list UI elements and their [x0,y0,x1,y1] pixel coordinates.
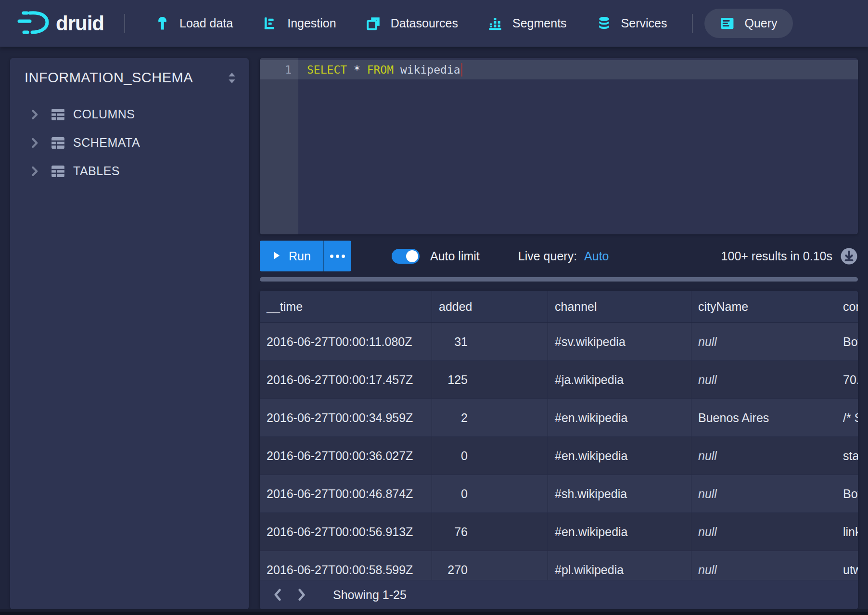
table-cell[interactable]: 70. [836,361,858,398]
results-summary-text: 100+ results in 0.10s [721,249,832,263]
table-cell[interactable]: #en.wikipedia [548,513,691,551]
chevron-right-icon[interactable] [30,166,39,177]
table-cell[interactable]: /* S [836,399,858,436]
column-header--time[interactable]: __time [260,291,432,322]
auto-limit-label: Auto limit [430,249,480,263]
table-cell[interactable]: 31 [432,323,548,360]
sidebar-item-label: COLUMNS [73,107,135,121]
table-cell[interactable]: null [691,437,836,474]
double-caret-vertical-icon[interactable] [227,72,237,84]
table-row: 2016-06-27T00:00:11.080Z31#sv.wikipedian… [260,323,858,361]
table-cell[interactable]: null [691,323,836,360]
table-row: 2016-06-27T00:00:56.913Z76#en.wikipedian… [260,513,858,551]
previous-page-icon[interactable] [266,580,290,609]
table-row: 2016-06-27T00:00:34.959Z2#en.wikipediaBu… [260,399,858,437]
table-cell[interactable]: null [691,361,836,398]
table-cell[interactable]: null [691,475,836,512]
nav-divider [692,14,693,33]
download-results-icon[interactable] [840,247,858,265]
sidebar-item-columns[interactable]: COLUMNS [10,100,249,128]
sql-token [347,64,354,76]
table-cell[interactable]: #ja.wikipedia [548,361,691,398]
sql-token: wikipedia [400,64,460,76]
sql-token: SELECT [307,64,347,76]
table-cell[interactable]: #sh.wikipedia [548,475,691,512]
nav-item-label: Segments [512,16,567,30]
line-number: 1 [260,60,292,79]
column-header-channel[interactable]: channel [548,291,691,322]
table-cell[interactable]: 125 [432,361,548,398]
table-cell[interactable]: 2016-06-27T00:00:46.874Z [260,475,432,512]
sql-token: * [354,64,360,76]
table-cell[interactable]: #en.wikipedia [548,399,691,436]
druid-home-link[interactable]: druid [17,10,104,38]
live-query-status: Live query: Auto [518,249,609,263]
play-icon [272,249,281,263]
table-cell[interactable]: 2016-06-27T00:00:34.959Z [260,399,432,436]
nav-item-services[interactable]: Services [597,16,667,31]
pagination-text: Showing 1-25 [333,588,407,602]
sql-editor[interactable]: 1 SELECT * FROM wikipedia [260,58,858,234]
table-cell[interactable]: 2 [432,399,548,436]
table-icon [51,165,65,178]
sidebar-item-label: SCHEMATA [73,136,140,150]
table-cell[interactable]: 2016-06-27T00:00:17.457Z [260,361,432,398]
auto-limit-switch-group[interactable]: Auto limit [392,249,480,264]
table-cell[interactable]: 2016-06-27T00:00:36.027Z [260,437,432,474]
nav-item-segments[interactable]: Segments [488,16,567,31]
chevron-right-icon[interactable] [30,138,39,148]
sql-token [360,64,367,76]
results-body: 2016-06-27T00:00:11.080Z31#sv.wikipedian… [260,323,858,589]
live-query-value-link[interactable]: Auto [584,249,609,263]
schema-header: INFORMATION_SCHEMA [10,58,249,86]
table-cell[interactable]: Buenos Aires [691,399,836,436]
table-icon [51,136,65,150]
run-more-options-button[interactable] [323,241,351,271]
upload-icon [155,16,170,31]
table-cell[interactable]: 2016-06-27T00:00:56.913Z [260,513,432,551]
table-cell[interactable]: 2016-06-27T00:00:11.080Z [260,323,432,360]
table-cell[interactable]: #en.wikipedia [548,437,691,474]
schema-title: INFORMATION_SCHEMA [25,70,193,86]
nav-item-label: Datasources [391,16,458,30]
ellipsis-icon [330,255,345,258]
table-cell[interactable]: link [836,513,858,551]
table-cell[interactable]: #sv.wikipedia [548,323,691,360]
schema-sidebar: INFORMATION_SCHEMA COLUMNSSCHEMATATABLES [10,58,249,609]
chevron-right-icon[interactable] [30,109,39,120]
run-button[interactable]: Run [260,241,323,271]
results-panel: __timeaddedchannelcityNamecomment 2016-0… [260,291,858,609]
results-summary: 100+ results in 0.10s [721,247,858,265]
horizontal-scrollbar[interactable] [260,277,858,282]
run-button-label: Run [289,249,311,263]
table-cell[interactable]: Bot [836,323,858,360]
table-cell[interactable]: Bot [836,475,858,512]
table-cell[interactable]: sta [836,437,858,474]
sql-token [394,64,400,76]
toggle-knob [406,250,418,262]
nav-item-query[interactable]: Query [704,9,792,38]
nav-item-label: Load data [179,16,233,30]
column-header-added[interactable]: added [432,291,548,322]
nav-item-datasources[interactable]: Datasources [366,16,458,31]
column-header-comment[interactable]: comment [836,291,858,322]
brand-name: druid [56,12,104,35]
auto-limit-toggle[interactable] [392,249,420,264]
column-header-cityname[interactable]: cityName [691,291,836,322]
table-cell[interactable]: 0 [432,437,548,474]
table-cell[interactable]: null [691,513,836,551]
sidebar-item-schemata[interactable]: SCHEMATA [10,128,249,157]
query-toolbar: Run Auto limit Live query: Auto 100+ res… [260,241,858,271]
druid-logo-icon [17,10,49,38]
table-row: 2016-06-27T00:00:17.457Z125#ja.wikipedia… [260,361,858,399]
table-cell[interactable]: 0 [432,475,548,512]
ingestion-chart-icon [263,16,278,31]
live-query-label: Live query: [518,249,577,263]
sidebar-item-tables[interactable]: TABLES [10,157,249,185]
nav-item-load-data[interactable]: Load data [155,16,233,31]
next-page-icon[interactable] [290,580,314,609]
datasources-icon [366,16,381,31]
nav-item-ingestion[interactable]: Ingestion [263,16,336,31]
table-cell[interactable]: 76 [432,513,548,551]
text-cursor [461,63,462,77]
